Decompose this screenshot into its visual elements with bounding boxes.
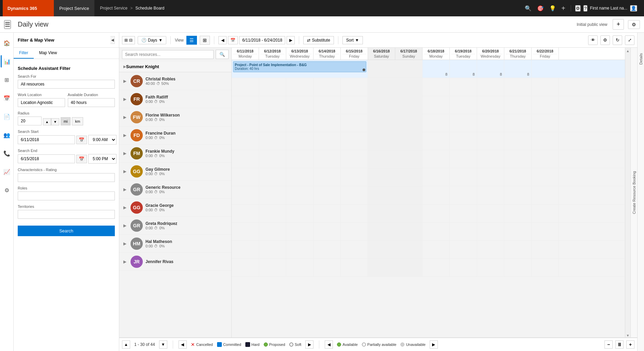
expand-arrow-icon[interactable]: ▶ [123,65,126,68]
board-settings-icon-button[interactable]: ⚙ [600,35,610,45]
cell-number: 8 [527,72,529,76]
search-start-calendar-icon[interactable]: 📅 [76,136,87,144]
list-item[interactable]: ▶ FW Florine Wilkerson 0:00 ⏱ 0% [119,108,231,126]
zoom-in-button[interactable]: + [626,340,634,349]
list-item[interactable]: ▶ GR Generic Resource 0:00 ⏱ 0% [119,181,231,199]
grid-view-button[interactable]: ⊞ [200,36,210,45]
radius-up[interactable]: ▲ [43,118,51,125]
radius-mi-button[interactable]: mi [61,117,71,125]
calendar-button[interactable]: 📅 [228,36,238,44]
sidebar-icon-chart2[interactable]: 📈 [1,166,13,178]
flag-icon[interactable]: 🎯 [537,5,544,12]
resource-hours: 0:00 ⏱ 0% [145,154,227,158]
date-next-button[interactable]: ▶ [287,36,295,44]
sidebar-icon-doc[interactable]: 📄 [1,110,13,123]
radius-km-button[interactable]: km [72,117,83,125]
add-nav-icon[interactable]: + [562,4,566,12]
search-start-time-select[interactable]: 9:00 AM [88,135,117,144]
refresh-button[interactable]: ↻ [613,35,622,45]
resource-search-button[interactable]: 🔍 [216,50,229,59]
legend-prev2-button[interactable]: ◀ [325,340,333,349]
legend-prev-button[interactable]: ◀ [179,340,187,349]
add-view-button[interactable]: + [613,19,624,30]
cal-cell [450,223,477,240]
legend-down-button[interactable]: ▼ [159,340,167,349]
resource-name: Christal Robles [145,77,227,81]
filter-tab-filter[interactable]: Filter [14,48,34,59]
list-item[interactable]: ▶ FR Faith Ratliff 0:00 ⏱ 0% [119,90,231,108]
board-settings-button[interactable]: ⚙ [628,20,640,29]
sidebar-icon-home[interactable]: 🏠 [1,37,13,49]
search-end-date-input[interactable] [18,154,75,163]
clock-icon-sm: ⏱ [154,100,158,104]
filter-collapse-button[interactable]: ◀ [110,36,115,44]
list-item[interactable]: ▶ GR Greta Rodriquez 0:00 ⏱ 0% [119,217,231,235]
view-icon-button[interactable]: 👁 [588,35,598,45]
list-item[interactable]: ▶ JR Jennifer Rivas [119,253,231,271]
roles-select[interactable] [18,192,115,200]
search-end-calendar-icon[interactable]: 📅 [76,155,87,163]
search-start-date-input[interactable] [18,135,75,144]
cal-cell [504,114,532,132]
date-prev-button[interactable]: ◀ [218,36,227,44]
cal-cell-weekend [395,114,423,132]
cal-cell [313,96,341,114]
radius-input[interactable] [18,117,42,125]
radius-down[interactable]: ▼ [51,118,59,125]
cal-cell [341,150,368,168]
right-details-panel[interactable]: Details [637,33,644,351]
lightbulb-icon[interactable]: 💡 [549,5,556,12]
legend-next-button[interactable]: ▶ [305,340,313,349]
expand-button[interactable]: ⤢ [625,35,634,45]
list-item[interactable]: ▶ CR Christal Robles 40:00 ⏱ 50% [119,72,231,90]
grid-scroll-right[interactable]: ▲ ▼ [625,48,630,337]
sidebar-icon-settings[interactable]: ⚙ [1,184,13,196]
sidebar-icon-chart[interactable]: 📊 [1,55,13,67]
zoom-out-button[interactable]: − [604,340,613,349]
filter-tab-mapview[interactable]: Map View [34,48,62,59]
sidebar-icon-grid[interactable]: ⊞ [1,74,13,86]
filter-panel-title: Filter & Map View [18,37,54,43]
sort-button[interactable]: Sort ▼ [342,36,363,44]
hamburger-menu[interactable]: ☰ [4,20,11,29]
booking-block[interactable]: Project - Point of Sale Implementation -… [233,61,366,72]
list-item[interactable]: ▶ GG Gracie George 0:00 ⏱ 0% [119,199,231,217]
days-button[interactable]: 🕐 Days ▼ [138,36,166,44]
sidebar-icon-people[interactable]: 👥 [1,129,13,141]
cal-cell [341,241,368,258]
legend-proposed: Proposed [264,342,285,347]
list-item[interactable]: ▶ GG Gay Gilmore 0:00 ⏱ 0% [119,163,231,181]
resource-search-input[interactable] [122,50,214,59]
list-item[interactable]: ▶ HM Hal Matheson 0:00 ⏱ 0% [119,235,231,253]
pause-button[interactable]: ⏸ [615,340,624,349]
available-duration-label: Available Duration [68,93,115,97]
legend-up-button[interactable]: ▲ [122,340,130,349]
cal-cell-weekend [395,223,423,240]
available-duration-select[interactable]: 40 hours [68,98,115,107]
substitute-button[interactable]: ⇄ Substitute [303,36,334,44]
view-toggle-button[interactable]: ⊞ ⊟ [122,36,135,44]
settings-nav-icon[interactable]: ⚙ [575,5,581,12]
territories-select[interactable] [18,210,115,219]
create-booking-sidebar[interactable]: Create Resource Booking [630,48,637,337]
search-button[interactable]: Search [18,226,115,236]
search-nav-icon[interactable]: 🔍 [525,5,532,12]
help-icon[interactable]: ? [583,5,587,12]
legend-next2-button[interactable]: ▶ [430,340,438,349]
list-view-button[interactable]: ☰ [186,36,197,45]
work-location-select[interactable]: Location Agnostic [18,98,65,107]
app-title[interactable]: Project Service [54,0,94,16]
list-item[interactable]: ▶ FD Francine Duran 0:00 ⏱ 0% [119,126,231,144]
cal-cell-weekend [395,132,423,150]
list-item[interactable]: ▶ FM Frankie Mundy 0:00 ⏱ 0% [119,144,231,163]
sidebar-icon-phone[interactable]: 📞 [1,147,13,159]
sidebar-icon-calendar[interactable]: 📅 [1,92,13,104]
expand-icon: ▶ [123,187,126,192]
user-avatar-icon[interactable]: 👤 [630,5,637,12]
search-for-select[interactable]: All resources [18,80,115,89]
cal-cell [532,186,559,204]
search-end-time-select[interactable]: 5:00 PM [88,154,117,164]
cal-cell [259,241,286,258]
characteristics-select[interactable] [18,173,115,182]
cal-header-cell: 6/20/2018 Wednesday [477,48,504,60]
